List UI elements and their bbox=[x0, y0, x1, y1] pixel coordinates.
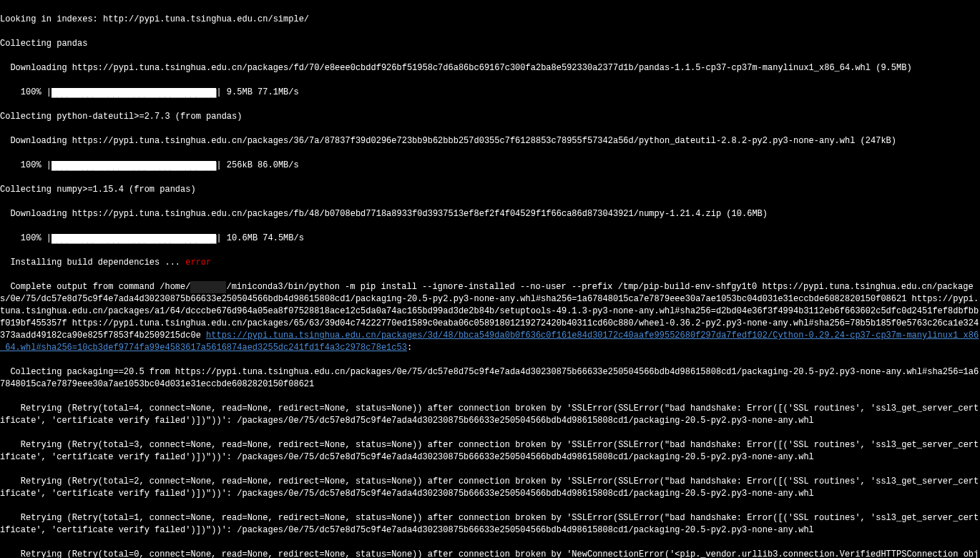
progress-line: 100% |████████████████████████████████| … bbox=[0, 232, 980, 245]
progress-speed: | 256kB 86.0MB/s bbox=[216, 160, 303, 170]
retry-line: Retrying (Retry(total=1, connect=None, r… bbox=[0, 512, 980, 537]
progress-line: 100% |████████████████████████████████| … bbox=[0, 87, 980, 99]
error-word: error bbox=[185, 258, 211, 268]
output-line: Installing build dependencies ... error bbox=[0, 257, 980, 269]
progress-line: 100% |████████████████████████████████| … bbox=[0, 160, 980, 172]
output-line: Downloading https://pypi.tuna.tsinghua.e… bbox=[0, 135, 980, 147]
progress-percent: 100% | bbox=[0, 160, 52, 170]
progress-bar: ████████████████████████████████ bbox=[52, 234, 216, 243]
output-line: Complete output from command /home/xxxxx… bbox=[0, 281, 980, 354]
redacted-username: xxxxxx bbox=[190, 281, 226, 293]
progress-percent: 100% | bbox=[0, 87, 52, 97]
output-text: Installing build dependencies ... bbox=[0, 258, 185, 268]
progress-bar: ████████████████████████████████ bbox=[52, 88, 216, 97]
output-text: Complete output from command /home/ bbox=[0, 282, 190, 292]
retry-line: Retrying (Retry(total=4, connect=None, r… bbox=[0, 403, 980, 427]
progress-speed: | 10.6MB 74.5MB/s bbox=[216, 233, 309, 243]
output-line: Collecting python-dateutil>=2.7.3 (from … bbox=[0, 111, 980, 123]
output-line: Downloading https://pypi.tuna.tsinghua.e… bbox=[0, 208, 980, 220]
progress-percent: 100% | bbox=[0, 233, 52, 243]
output-line: Collecting packaging==20.5 from https://… bbox=[0, 366, 980, 391]
output-text: : bbox=[407, 343, 412, 353]
output-line: Collecting numpy>=1.15.4 (from pandas) bbox=[0, 184, 980, 196]
retry-line: Retrying (Retry(total=0, connect=None, r… bbox=[0, 549, 980, 558]
retry-line: Retrying (Retry(total=2, connect=None, r… bbox=[0, 476, 980, 500]
output-line: Downloading https://pypi.tuna.tsinghua.e… bbox=[0, 62, 980, 74]
retry-line: Retrying (Retry(total=3, connect=None, r… bbox=[0, 439, 980, 464]
progress-speed: | 9.5MB 77.1MB/s bbox=[216, 87, 303, 97]
output-line: Looking in indexes: http://pypi.tuna.tsi… bbox=[0, 14, 980, 26]
output-line: Collecting pandas bbox=[0, 38, 980, 50]
terminal-output: Looking in indexes: http://pypi.tuna.tsi… bbox=[0, 0, 980, 558]
progress-bar: ████████████████████████████████ bbox=[52, 161, 216, 170]
